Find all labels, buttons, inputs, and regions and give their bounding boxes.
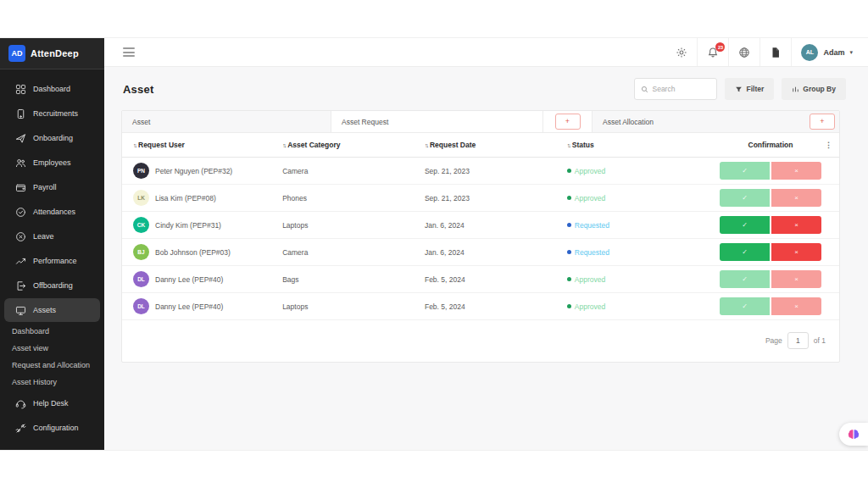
request-date: Jan. 6, 2024 — [425, 239, 567, 266]
content: Asset Filter Group By — [104, 67, 868, 450]
sidebar-item-help-desk[interactable]: Help Desk — [4, 391, 100, 415]
page-number-input[interactable] — [787, 332, 809, 349]
group-by-button[interactable]: Group By — [782, 78, 846, 100]
add-asset-request-button[interactable]: + — [555, 114, 581, 130]
table-row: PNPeter Nguyen (PEP#32) Camera Sep. 21, … — [122, 158, 839, 185]
column-header-confirmation: Confirmation — [716, 133, 825, 158]
user-menu[interactable]: AL Adam ▾ — [791, 38, 856, 66]
search-input[interactable] — [652, 85, 710, 93]
table-row: BJBob Johnson (PEP#03) Camera Jan. 6, 20… — [122, 239, 839, 266]
tabs: AssetAsset Request+Asset Allocation+ — [122, 111, 839, 133]
reject-button[interactable]: × — [771, 243, 821, 261]
chevron-down-icon: ▾ — [849, 49, 853, 56]
status-dot — [567, 277, 571, 281]
sidebar-item-recruitments[interactable]: Recruitments — [4, 102, 100, 125]
reject-button[interactable]: × — [771, 297, 821, 315]
approve-button[interactable]: ✓ — [720, 270, 770, 288]
leave-icon — [14, 230, 26, 242]
sidebar-item-offboarding[interactable]: Offboarding — [4, 274, 100, 297]
column-header-request-user[interactable]: ↑↓Request User — [122, 133, 282, 158]
reject-button[interactable]: × — [771, 189, 821, 207]
sidebar-item-employees[interactable]: Employees — [4, 151, 100, 175]
sidebar-subitem-asset-history[interactable]: Asset History — [0, 374, 104, 391]
dashboard-icon — [14, 83, 26, 95]
status-badge: Requested — [575, 248, 609, 257]
page-header: Asset Filter Group By — [104, 67, 868, 110]
performance-icon — [14, 255, 26, 267]
recruitments-icon — [14, 108, 26, 119]
filter-icon — [735, 86, 743, 93]
sidebar-item-onboarding[interactable]: Onboarding — [4, 126, 100, 150]
approve-button[interactable]: ✓ — [720, 243, 770, 261]
request-user: Danny Lee (PEP#40) — [155, 302, 223, 311]
table-header-row: ↑↓Request User↑↓Asset Category↑↓Request … — [122, 133, 839, 158]
tab-asset-allocation[interactable]: Asset Allocation+ — [593, 111, 839, 132]
column-header-asset-category[interactable]: ↑↓Asset Category — [282, 133, 425, 158]
sidebar-item-payroll[interactable]: Payroll — [4, 175, 100, 199]
sidebar: AD AttenDeep Dashboard Recruitments Onbo… — [0, 38, 104, 450]
main-area: 23 AL Adam ▾ Asset — [104, 38, 868, 450]
asset-category: Laptops — [282, 212, 425, 239]
hamburger-menu-icon[interactable] — [123, 47, 135, 57]
page-title: Asset — [123, 83, 153, 96]
assistant-fab[interactable] — [839, 423, 868, 446]
status-dot — [567, 250, 571, 254]
table-body: PNPeter Nguyen (PEP#32) Camera Sep. 21, … — [122, 158, 839, 320]
reject-button[interactable]: × — [771, 162, 821, 180]
table-menu-icon[interactable]: ⋮ — [825, 133, 839, 158]
sidebar-subitem-request-and-allocation[interactable]: Request and Allocation — [0, 357, 104, 374]
sidebar-item-assets[interactable]: Assets — [4, 298, 100, 322]
sidebar-item-performance[interactable]: Performance — [4, 249, 100, 273]
document-icon[interactable] — [760, 38, 791, 66]
asset-category: Camera — [282, 158, 425, 185]
asset-category: Bags — [282, 266, 425, 293]
notification-badge: 23 — [715, 42, 725, 52]
request-user: Cindy Kim (PEP#31) — [155, 221, 221, 230]
approve-button[interactable]: ✓ — [720, 162, 770, 180]
sidebar-item-configuration[interactable]: Configuration — [4, 416, 100, 440]
asset-category: Phones — [282, 185, 425, 212]
status-badge: Approved — [575, 194, 605, 202]
add-asset-allocation-button[interactable]: + — [810, 114, 835, 130]
helpdesk-icon — [14, 397, 26, 409]
avatar: LK — [133, 190, 149, 206]
globe-icon[interactable] — [728, 38, 760, 66]
settings-gear-icon[interactable] — [666, 38, 697, 66]
page-of-label: of 1 — [814, 336, 826, 345]
column-header-request-date[interactable]: ↑↓Request Date — [425, 133, 567, 158]
app-name: AttenDeep — [31, 48, 79, 58]
request-date: Jan. 6, 2024 — [425, 212, 567, 239]
column-header-status[interactable]: ↑↓Status — [567, 133, 716, 158]
sidebar-item-leave[interactable]: Leave — [4, 225, 100, 248]
filter-button[interactable]: Filter — [725, 78, 774, 100]
topbar: 23 AL Adam ▾ — [104, 38, 868, 67]
notification-bell-icon[interactable]: 23 — [697, 38, 728, 66]
sidebar-subitem-dashboard[interactable]: Dashboard — [0, 323, 104, 340]
page-label: Page — [765, 336, 782, 345]
request-date: Feb. 5, 2024 — [425, 266, 567, 293]
app-window: AD AttenDeep Dashboard Recruitments Onbo… — [0, 38, 868, 450]
approve-button[interactable]: ✓ — [720, 216, 770, 234]
user-avatar: AL — [801, 44, 818, 61]
request-user: Danny Lee (PEP#40) — [155, 275, 223, 284]
tab-asset[interactable]: Asset — [122, 111, 331, 132]
sort-icon: ↑↓ — [567, 142, 570, 148]
sidebar-subitem-asset-view[interactable]: Asset view — [0, 340, 104, 357]
approve-button[interactable]: ✓ — [720, 297, 770, 315]
asset-request-table: ↑↓Request User↑↓Asset Category↑↓Request … — [122, 133, 839, 320]
app-logo: AD AttenDeep — [0, 38, 104, 69]
request-user: Peter Nguyen (PEP#32) — [155, 167, 232, 175]
sidebar-item-attendances[interactable]: Attendances — [4, 200, 100, 224]
table-row: LKLisa Kim (PEP#08) Phones Sep. 21, 2023… — [122, 185, 839, 212]
request-user: Bob Johnson (PEP#03) — [155, 248, 231, 257]
reject-button[interactable]: × — [771, 216, 821, 234]
topbar-actions: 23 AL Adam ▾ — [666, 38, 856, 66]
status-badge: Approved — [575, 167, 605, 175]
status-badge: Approved — [575, 275, 605, 284]
status-dot — [567, 223, 571, 227]
status-dot — [567, 169, 571, 173]
tab-asset-request[interactable]: Asset Request — [331, 111, 543, 132]
approve-button[interactable]: ✓ — [720, 189, 770, 207]
reject-button[interactable]: × — [771, 270, 821, 288]
sidebar-item-dashboard[interactable]: Dashboard — [4, 77, 100, 101]
